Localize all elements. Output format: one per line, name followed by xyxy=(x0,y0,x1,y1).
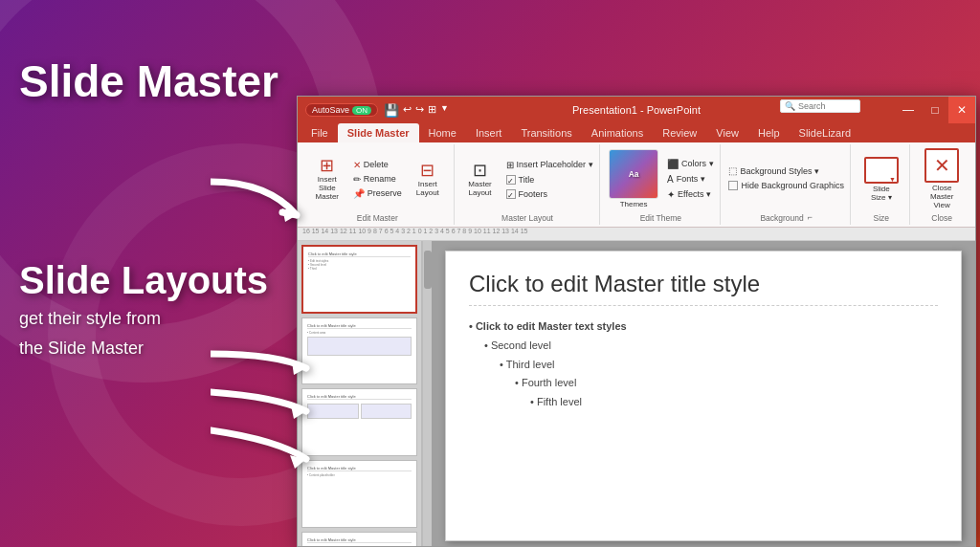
slide-layouts-title: Slide Layouts xyxy=(19,259,278,301)
hide-background-graphics-label: Hide Background Graphics xyxy=(741,181,844,190)
size-group-label: Size xyxy=(874,211,890,223)
rename-button[interactable]: ✏ Rename xyxy=(350,173,405,186)
insert-layout-label: InsertLayout xyxy=(416,180,439,197)
tab-file[interactable]: File xyxy=(301,123,338,142)
insert-placeholder-button[interactable]: ⊞ Insert Placeholder ▾ xyxy=(503,159,596,171)
tab-view[interactable]: View xyxy=(706,123,748,142)
insert-placeholder-label: Insert Placeholder ▾ xyxy=(517,160,593,169)
scroll-indicator[interactable] xyxy=(422,241,432,546)
tab-insert[interactable]: Insert xyxy=(466,123,512,142)
redo-icon[interactable]: ↪ xyxy=(415,103,424,118)
tab-review[interactable]: Review xyxy=(653,123,706,142)
background-buttons: ⬚ Background Styles ▾ Hide Background Gr… xyxy=(725,146,847,209)
background-styles-button[interactable]: ⬚ Background Styles ▾ xyxy=(725,164,847,177)
insert-placeholder-icon: ⊞ xyxy=(506,160,514,170)
save-icon[interactable]: 💾 xyxy=(384,103,399,118)
footers-checkbox-label: Footers xyxy=(519,189,548,199)
effects-button[interactable]: ✦ Effects ▾ xyxy=(664,188,717,201)
slide-editor: Click to edit Master title style • Click… xyxy=(432,241,975,546)
slide-thumb-1-inner: Click to edit Master title style • Edit … xyxy=(305,249,413,310)
edit-master-buttons: ⊞ Insert SlideMaster ✕ Delete ✏ Rename xyxy=(306,146,449,211)
master-layout-buttons: ⊡ MasterLayout ⊞ Insert Placeholder ▾ Ti… xyxy=(459,146,596,211)
effects-label: Effects ▾ xyxy=(678,189,711,199)
master-layout-icon: ⊡ xyxy=(473,162,487,179)
horizontal-ruler: 16 15 14 13 12 11 10 9 8 7 6 5 4 3 2 1 0… xyxy=(298,228,975,241)
title-check-icon xyxy=(506,175,516,185)
rename-icon: ✏ xyxy=(353,174,361,185)
title-checkbox[interactable]: Title xyxy=(503,174,596,186)
edit-master-label: Edit Master xyxy=(357,211,398,223)
bullet-5: • Fifth level xyxy=(469,393,938,412)
preserve-icon: 📌 xyxy=(353,188,365,199)
preserve-label: Preserve xyxy=(368,188,402,198)
autosave-toggle[interactable]: ON xyxy=(352,106,371,115)
background-group-label: Background xyxy=(760,211,803,223)
rename-label: Rename xyxy=(364,174,396,184)
fonts-icon: A xyxy=(667,174,674,185)
preserve-button[interactable]: 📌 Preserve xyxy=(350,187,405,200)
fonts-button[interactable]: A Fonts ▾ xyxy=(664,173,717,186)
bullet-2: • Second level xyxy=(469,337,938,356)
tab-slidelizard[interactable]: SlideLizard xyxy=(790,123,860,142)
edit-theme-label: Edit Theme xyxy=(640,211,681,223)
footers-checkbox[interactable]: Footers xyxy=(503,188,596,200)
slide-size-label: SlideSize ▾ xyxy=(871,185,892,202)
autosave-pill: AutoSave ON xyxy=(305,103,378,117)
colors-button[interactable]: ⬛ Colors ▾ xyxy=(664,158,717,170)
slide-title-placeholder[interactable]: Click to edit Master title style xyxy=(469,271,938,306)
thumb-1-content: • Edit text styles • Second level • Thir… xyxy=(308,259,411,272)
close-buttons: ✕ CloseMaster View xyxy=(918,146,966,211)
tab-transitions[interactable]: Transitions xyxy=(511,123,581,142)
window-title: Presentation1 - PowerPoint xyxy=(572,104,701,116)
ribbon-content: ⊞ Insert SlideMaster ✕ Delete ✏ Rename xyxy=(298,142,975,227)
customize-icon[interactable]: ⊞ xyxy=(428,103,436,118)
search-input[interactable] xyxy=(798,101,856,111)
tab-home[interactable]: Home xyxy=(419,123,466,142)
edit-theme-group: Aa Themes ⬛ Colors ▾ A Fonts ▾ xyxy=(602,144,722,225)
themes-icon: Aa xyxy=(609,149,658,199)
tab-help[interactable]: Help xyxy=(748,123,790,142)
title-checkbox-label: Title xyxy=(519,175,535,185)
thumb-3-col2 xyxy=(361,404,412,419)
arrow-1 xyxy=(211,172,316,233)
edit-theme-buttons: Aa Themes ⬛ Colors ▾ A Fonts ▾ xyxy=(605,146,717,211)
bullet-3: • Third level xyxy=(469,356,938,375)
master-layout-group-label: Master Layout xyxy=(501,211,553,223)
hide-background-graphics-button[interactable]: Hide Background Graphics xyxy=(725,180,847,191)
size-buttons: SlideSize ▾ xyxy=(860,146,902,211)
delete-button[interactable]: ✕ Delete xyxy=(350,159,405,171)
undo-icon[interactable]: ↩ xyxy=(403,103,412,118)
size-group: SlideSize ▾ Size xyxy=(853,144,910,225)
close-button[interactable]: ✕ xyxy=(948,97,975,123)
slide-content-placeholder: • Click to edit Master text styles • Sec… xyxy=(469,317,938,412)
search-icon: 🔍 xyxy=(785,101,795,111)
dropdown-icon[interactable]: ▼ xyxy=(440,103,449,118)
effects-icon: ✦ xyxy=(667,189,675,200)
slide-canvas[interactable]: Click to edit Master title style • Click… xyxy=(445,251,962,541)
hide-bg-check-icon xyxy=(728,181,738,190)
slide-thumb-5-inner: Click to edit Master title style xyxy=(304,535,414,546)
insert-layout-button[interactable]: ⊟ InsertLayout xyxy=(407,160,449,199)
background-styles-icon: ⬚ xyxy=(728,165,737,176)
left-panel: Slide Master Slide Layouts get their sty… xyxy=(19,57,278,361)
colors-icon: ⬛ xyxy=(667,159,679,169)
themes-button[interactable]: Aa Themes xyxy=(605,147,662,210)
tab-slide-master[interactable]: Slide Master xyxy=(338,123,419,142)
slide-thumb-1[interactable]: Click to edit Master title style • Edit … xyxy=(301,245,417,314)
window-controls: — □ ✕ xyxy=(895,97,975,123)
master-layout-button[interactable]: ⊡ MasterLayout xyxy=(459,160,501,199)
minimize-button[interactable]: — xyxy=(895,97,922,123)
tab-animations[interactable]: Animations xyxy=(582,123,653,142)
insert-layout-icon: ⊟ xyxy=(420,162,434,179)
thumb-5-title: Click to edit Master title style xyxy=(307,537,412,543)
slide-size-button[interactable]: SlideSize ▾ xyxy=(860,155,902,204)
slide-thumb-5[interactable]: Click to edit Master title style xyxy=(301,532,417,546)
bullet-1: • Click to edit Master text styles xyxy=(469,317,938,337)
main-area: Click to edit Master title style • Edit … xyxy=(298,241,975,546)
background-expand-icon[interactable]: ⌐ xyxy=(808,212,813,222)
ribbon-tabs: File Slide Master Home Insert Transition… xyxy=(298,123,975,142)
themes-btn-label: Themes xyxy=(620,200,648,208)
slide-size-icon xyxy=(864,157,899,184)
maximize-button[interactable]: □ xyxy=(922,97,948,123)
close-master-view-button[interactable]: ✕ CloseMaster View xyxy=(918,146,966,211)
